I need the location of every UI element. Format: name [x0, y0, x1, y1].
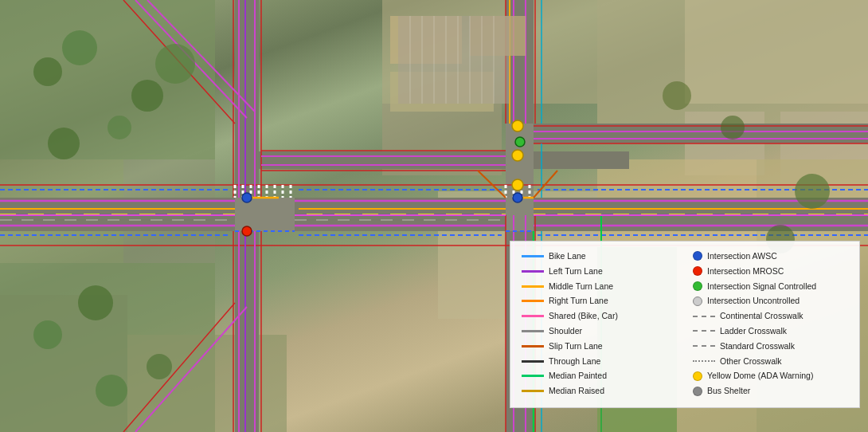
svg-point-96 — [513, 193, 522, 202]
legend-item-left-turn: Left Turn Lane — [522, 265, 677, 278]
svg-point-132 — [795, 174, 830, 209]
svg-point-125 — [48, 128, 80, 159]
legend-column-left: Bike Lane Left Turn Lane Middle Turn Lan… — [522, 249, 677, 399]
yellow-dome-label: Yellow Dome (ADA Warning) — [707, 369, 813, 383]
legend-item-middle-turn: Middle Turn Lane — [522, 280, 677, 293]
legend-item-right-turn: Right Turn Lane — [522, 294, 677, 308]
signal-label: Intersection Signal Controlled — [707, 280, 816, 293]
svg-point-91 — [512, 120, 523, 132]
continental-symbol — [693, 316, 715, 317]
svg-rect-17 — [247, 151, 629, 169]
right-turn-label: Right Turn Lane — [549, 294, 608, 308]
legend-item-bike-lane: Bike Lane — [522, 249, 677, 263]
median-raised-label: Median Raised — [549, 384, 604, 398]
ladder-label: Ladder Crosswalk — [720, 324, 787, 338]
middle-turn-symbol — [522, 285, 544, 288]
svg-point-124 — [108, 116, 131, 139]
slip-turn-symbol — [522, 345, 544, 348]
svg-point-123 — [33, 57, 62, 86]
svg-point-131 — [721, 116, 745, 139]
svg-point-126 — [78, 285, 113, 320]
legend-item-signal: Intersection Signal Controlled — [693, 280, 848, 293]
svg-rect-13 — [0, 295, 127, 432]
bus-shelter-symbol — [693, 387, 702, 396]
svg-point-129 — [96, 375, 127, 406]
svg-rect-111 — [398, 16, 510, 104]
signal-symbol — [693, 281, 702, 291]
ladder-symbol — [693, 330, 715, 332]
svg-point-121 — [131, 80, 163, 112]
legend-item-median-painted: Median Painted — [522, 369, 677, 383]
svg-point-120 — [155, 44, 195, 84]
awsc-symbol — [693, 251, 702, 261]
shared-label: Shared (Bike, Car) — [549, 309, 618, 323]
shared-symbol — [522, 315, 544, 317]
mrosc-label: Intersection MROSC — [707, 265, 784, 278]
legend-panel: Bike Lane Left Turn Lane Middle Turn Lan… — [510, 241, 860, 408]
legend-item-ladder: Ladder Crosswalk — [693, 324, 848, 338]
svg-rect-21 — [235, 198, 295, 231]
legend-item-shared: Shared (Bike, Car) — [522, 309, 677, 323]
through-lane-symbol — [522, 360, 544, 363]
uncontrolled-label: Intersection Uncontrolled — [707, 294, 800, 308]
standard-symbol — [693, 345, 715, 347]
svg-point-122 — [62, 30, 97, 65]
legend-item-other-crosswalk: Other Crosswalk — [693, 355, 848, 368]
uncontrolled-symbol — [693, 297, 702, 306]
mrosc-symbol — [693, 266, 702, 276]
slip-turn-label: Slip Turn Lane — [549, 340, 603, 353]
legend-item-mrosc: Intersection MROSC — [693, 265, 848, 278]
median-raised-symbol — [522, 390, 544, 392]
legend-item-uncontrolled: Intersection Uncontrolled — [693, 294, 848, 308]
shoulder-label: Shoulder — [549, 324, 582, 338]
legend-item-awsc: Intersection AWSC — [693, 249, 848, 263]
left-turn-symbol — [522, 270, 544, 273]
awsc-label: Intersection AWSC — [707, 249, 777, 263]
svg-point-95 — [242, 193, 252, 202]
yellow-dome-symbol — [693, 371, 702, 381]
middle-turn-label: Middle Turn Lane — [549, 280, 613, 293]
map-container: Bike Lane Left Turn Lane Middle Turn Lan… — [0, 0, 868, 432]
svg-point-128 — [147, 354, 172, 379]
standard-label: Standard Crosswalk — [720, 340, 795, 353]
right-turn-symbol — [522, 300, 544, 302]
median-painted-symbol — [522, 375, 544, 377]
legend-item-bus-shelter: Bus Shelter — [693, 384, 848, 398]
legend-item-through-lane: Through Lane — [522, 355, 677, 368]
svg-rect-5 — [685, 0, 868, 104]
svg-rect-23 — [506, 198, 534, 231]
legend-item-yellow-dome: Yellow Dome (ADA Warning) — [693, 369, 848, 383]
svg-rect-14 — [127, 335, 287, 432]
legend-item-median-raised: Median Raised — [522, 384, 677, 398]
svg-point-97 — [242, 226, 252, 236]
continental-label: Continental Crosswalk — [720, 309, 803, 323]
other-crosswalk-symbol — [693, 360, 715, 362]
legend-column-right: Intersection AWSC Intersection MROSC Int… — [693, 249, 848, 399]
through-lane-label: Through Lane — [549, 355, 600, 368]
median-painted-label: Median Painted — [549, 369, 607, 383]
legend-item-standard: Standard Crosswalk — [693, 340, 848, 353]
legend-item-continental: Continental Crosswalk — [693, 309, 848, 323]
svg-point-127 — [33, 320, 62, 349]
legend-item-slip-turn: Slip Turn Lane — [522, 340, 677, 353]
bike-lane-label: Bike Lane — [549, 249, 586, 263]
svg-point-92 — [512, 150, 523, 161]
other-crosswalk-label: Other Crosswalk — [720, 355, 782, 368]
legend-item-shoulder: Shoulder — [522, 324, 677, 338]
bike-lane-symbol — [522, 255, 544, 257]
left-turn-label: Left Turn Lane — [549, 265, 603, 278]
svg-point-94 — [515, 137, 525, 147]
svg-point-130 — [663, 81, 691, 110]
svg-point-93 — [512, 179, 523, 190]
bus-shelter-label: Bus Shelter — [707, 384, 750, 398]
shoulder-symbol — [522, 330, 544, 332]
